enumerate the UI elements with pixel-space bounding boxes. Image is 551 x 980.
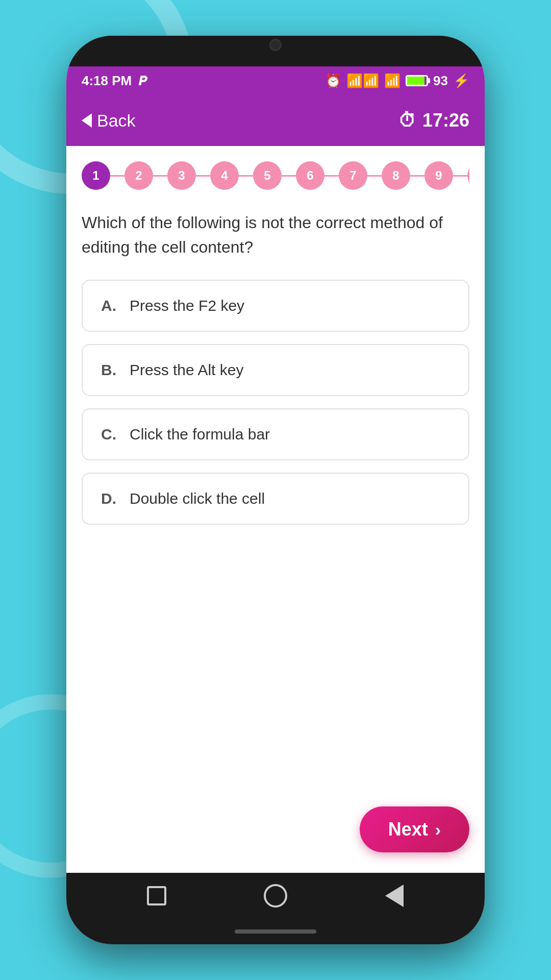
back-arrow-icon <box>82 113 92 128</box>
content-area: 1 2 3 4 5 6 7 8 9 10 Which <box>66 146 485 873</box>
status-left: 4:18 PM 𝙋 <box>82 73 146 89</box>
connector-8 <box>410 175 424 177</box>
option-d-text: Double click the cell <box>130 490 265 507</box>
dot-2[interactable]: 2 <box>124 161 153 190</box>
back-icon <box>385 885 404 907</box>
home-bar <box>66 919 485 944</box>
option-b[interactable]: B. Press the Alt key <box>82 344 469 396</box>
question-text: Which of the following is not the correc… <box>82 210 469 259</box>
connector-4 <box>239 175 253 177</box>
dot-1[interactable]: 1 <box>82 161 110 190</box>
next-button[interactable]: Next › <box>360 806 469 852</box>
option-b-text: Press the Alt key <box>130 361 243 379</box>
connector-1 <box>110 175 124 177</box>
option-a-text: Press the F2 key <box>130 297 244 314</box>
connector-9 <box>453 175 467 177</box>
dot-7[interactable]: 7 <box>339 161 367 190</box>
option-c[interactable]: C. Click the formula bar <box>82 408 469 460</box>
timer-value: 17:26 <box>422 110 469 131</box>
charge-icon: ⚡ <box>453 73 469 89</box>
signal-icons: 📶📶 <box>346 73 379 89</box>
next-arrow-icon: › <box>435 820 441 840</box>
battery-fill <box>407 77 424 85</box>
dot-3[interactable]: 3 <box>167 161 196 190</box>
connector-7 <box>367 175 382 177</box>
notch-cutout <box>235 36 316 54</box>
recent-apps-icon <box>147 886 166 905</box>
phone-screen: 4:18 PM 𝙋 ⏰ 📶📶 📶 93 ⚡ Back ⏱ <box>66 66 485 944</box>
status-right: ⏰ 📶📶 📶 93 ⚡ <box>325 73 469 89</box>
app-header: Back ⏱ 17:26 <box>66 95 485 146</box>
nav-recent-button[interactable] <box>143 883 170 909</box>
timer-area: ⏱ 17:26 <box>398 110 469 131</box>
dot-4[interactable]: 4 <box>210 161 239 190</box>
connector-2 <box>153 175 167 177</box>
option-c-label: C. <box>101 426 121 443</box>
dot-10[interactable]: 10 <box>467 161 469 190</box>
option-d[interactable]: D. Double click the cell <box>82 473 469 525</box>
back-label: Back <box>97 111 136 131</box>
connector-5 <box>282 175 296 177</box>
next-label: Next <box>388 819 428 840</box>
connector-3 <box>196 175 210 177</box>
nav-back-button[interactable] <box>381 883 408 909</box>
option-b-label: B. <box>101 361 121 379</box>
dot-6[interactable]: 6 <box>296 161 324 190</box>
home-indicator <box>235 929 316 934</box>
time-display: 4:18 PM <box>82 73 132 89</box>
option-d-label: D. <box>101 490 121 507</box>
phone-notch <box>66 36 485 66</box>
battery-percent: 93 <box>433 73 448 89</box>
status-bar: 4:18 PM 𝙋 ⏰ 📶📶 📶 93 ⚡ <box>66 66 485 95</box>
timer-icon: ⏱ <box>398 110 416 131</box>
connector-6 <box>324 175 339 177</box>
bottom-nav <box>66 873 485 919</box>
dot-8[interactable]: 8 <box>382 161 410 190</box>
option-a[interactable]: A. Press the F2 key <box>82 280 469 332</box>
wifi-icon: 📶 <box>384 73 400 89</box>
phone-frame: 4:18 PM 𝙋 ⏰ 📶📶 📶 93 ⚡ Back ⏱ <box>66 36 485 944</box>
dot-9[interactable]: 9 <box>424 161 453 190</box>
home-icon <box>264 884 287 908</box>
nav-home-button[interactable] <box>262 883 289 909</box>
camera <box>269 39 282 51</box>
option-a-label: A. <box>101 297 121 314</box>
back-button[interactable]: Back <box>82 111 136 131</box>
dot-5[interactable]: 5 <box>253 161 282 190</box>
alarm-icon: ⏰ <box>325 73 341 89</box>
p-icon: 𝙋 <box>138 73 146 89</box>
option-c-text: Click the formula bar <box>130 426 270 443</box>
battery-indicator <box>406 75 428 86</box>
progress-dots: 1 2 3 4 5 6 7 8 9 10 <box>82 161 469 190</box>
